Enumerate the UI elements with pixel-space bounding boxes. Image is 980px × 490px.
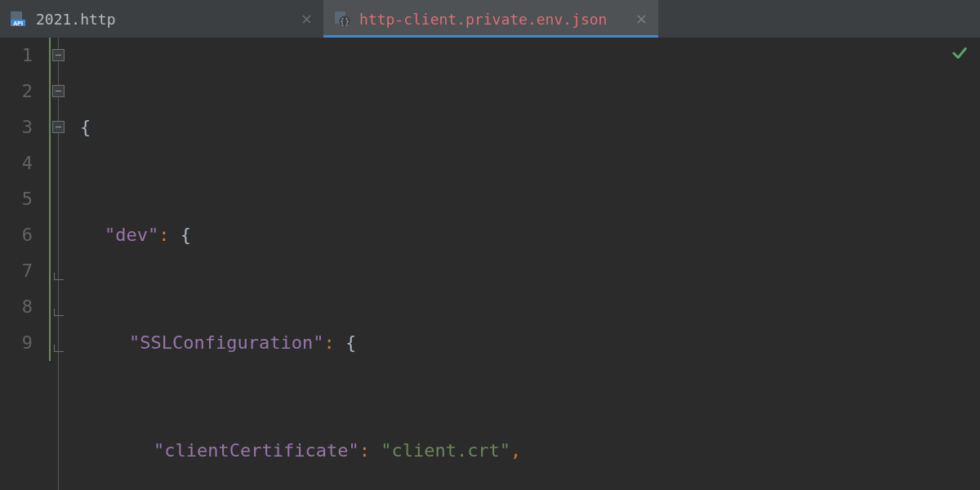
code-area[interactable]: { "dev": { "SSLConfiguration": { "client… (70, 38, 980, 490)
code-line[interactable]: "SSLConfiguration": { (75, 325, 980, 361)
line-number: 3 (0, 109, 33, 145)
line-number: 2 (0, 74, 33, 109)
line-number: 5 (0, 181, 33, 217)
code-line[interactable]: "dev": { (75, 217, 980, 253)
close-icon[interactable] (635, 13, 647, 24)
code-line[interactable]: { (75, 109, 980, 145)
close-icon[interactable] (301, 13, 312, 24)
fold-end-icon (54, 309, 64, 316)
line-number: 9 (0, 325, 33, 361)
api-file-icon: API (10, 10, 28, 28)
fold-end-icon (54, 273, 64, 280)
fold-toggle-icon[interactable] (52, 49, 65, 61)
tab-2021-http[interactable]: API 2021.http (0, 0, 323, 38)
line-number: 4 (0, 145, 33, 181)
inspection-ok-icon[interactable] (951, 44, 969, 62)
line-number: 1 (0, 38, 33, 74)
fold-end-icon (54, 345, 64, 352)
line-number: 6 (0, 217, 33, 253)
json-file-icon: {} (333, 10, 351, 28)
svg-text:API: API (13, 20, 23, 26)
code-line[interactable]: "clientCertificate": "client.crt", (75, 433, 980, 469)
gutter-line-numbers: 1 2 3 4 5 6 7 8 9 (0, 38, 47, 490)
gutter-fold (47, 38, 70, 490)
editor[interactable]: 1 2 3 4 5 6 7 8 9 { "dev": { "SSLConfigu… (0, 38, 980, 490)
tab-http-client-env[interactable]: {} http-client.private.env.json (323, 0, 658, 38)
tab-label: http-client.private.env.json (359, 11, 627, 28)
fold-toggle-icon[interactable] (52, 121, 65, 133)
line-number: 8 (0, 289, 33, 325)
fold-toggle-icon[interactable] (52, 85, 65, 97)
tab-bar: API 2021.http {} http-client.private.env… (0, 0, 980, 38)
svg-text:{}: {} (340, 17, 350, 26)
tab-label: 2021.http (36, 11, 292, 28)
line-number: 7 (0, 253, 33, 289)
